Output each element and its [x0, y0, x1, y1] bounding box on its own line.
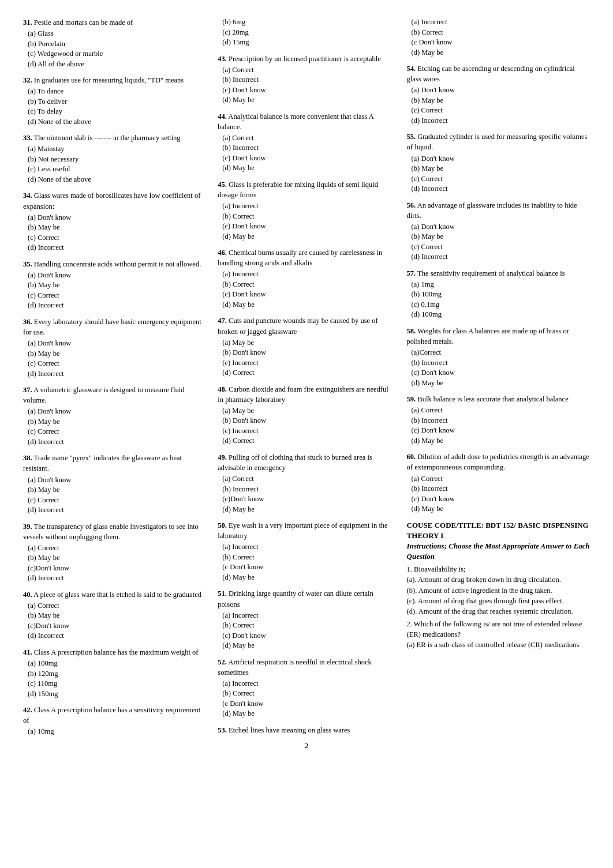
option: (d) Incorrect [28, 243, 206, 253]
q58-options: (a)Correct (b) Incorrect (c) Don't know … [407, 348, 590, 388]
q1-new-text: 1. Bioavailability is; [407, 564, 590, 574]
q46-options: (a) Incorrect (b) Correct (c) Don't know… [218, 269, 395, 310]
option: (b) Incorrect [222, 484, 395, 495]
option: (b) Correct [222, 212, 395, 222]
option: (d) May be [412, 504, 590, 514]
option: (c) Wedgewood or marble [28, 49, 206, 59]
q54-options: (a) Don't know (b) May be (c) Correct (d… [407, 85, 590, 126]
course-title: COUSE CODE/TITLE: BDT 152/ BASIC DISPENS… [407, 520, 590, 541]
q41-options: (a) 100mg (b) 120mg (c) 110mg (d) 150mg [23, 659, 206, 699]
q37-text: 37. A volumetric glassware is designed t… [23, 385, 206, 405]
option: (b) May be [28, 349, 206, 359]
question-55: 55. Graduated cylinder is used for measu… [407, 131, 590, 194]
option: (a). Amount of drug broken down in drug … [407, 574, 590, 585]
option: (d) All of the above [28, 59, 206, 70]
q33-text: 33. The ointment slab is ------- in the … [23, 133, 206, 143]
question-57: 57. The sensitivity requirement of analy… [407, 268, 590, 320]
q33-options: (a) Mainstay (b) Not necessary (c) Less … [23, 144, 206, 185]
q47-text: 47. Cuts and puncture wounds may be caus… [218, 315, 395, 336]
option: (a) Correct [222, 474, 395, 484]
option: (a) Mainstay [28, 144, 206, 155]
question-44: 44. Analytical balance is more convenien… [218, 111, 395, 174]
q42-cont-options: (b) 6mg (c) 20mg (d) 15mg [218, 17, 395, 48]
q50-text: 50. Eye wash is a very important piece o… [218, 520, 395, 541]
q40-options: (a) Correct (b) May be (c)Don't know (d)… [23, 601, 206, 641]
q41-text: 41. Class A prescription balance has the… [23, 647, 206, 657]
option: (c) Don't know [412, 368, 590, 378]
option: (c) Correct [28, 359, 206, 369]
option: (a) Correct [412, 474, 590, 484]
option: (b) May be [28, 553, 206, 563]
option: (d) May be [222, 641, 395, 651]
option: (c Don't know [222, 699, 395, 709]
option: (d) May be [412, 48, 590, 58]
option: (d). Amount of the drug that reaches sys… [407, 606, 590, 617]
q60-options: (a) Correct (b) Incorrect (c) Don't know… [407, 474, 590, 514]
q42-text: 42. Class A prescription balance has a s… [23, 705, 206, 726]
q39-options: (a) Correct (b) May be (c)Don't know (d)… [23, 543, 206, 584]
option: (c) To delay [28, 107, 206, 117]
question-46: 46. Chemical burns usually are caused by… [218, 247, 395, 310]
option: (a) Don't know [28, 339, 206, 349]
q31-options: (a) Glass (b) Porcelain (c) Wedgewood or… [23, 29, 206, 69]
option: (a) Incorrect [222, 269, 395, 280]
option: (c) Correct [412, 174, 590, 185]
option: (a) 1mg [412, 280, 590, 290]
column-2: (b) 6mg (c) 20mg (d) 15mg 43. Prescripti… [212, 17, 401, 750]
q54-text: 54. Etching can be ascending or descendi… [407, 63, 590, 84]
option: (b) Incorrect [222, 75, 395, 85]
option: (d) 150mg [28, 689, 206, 700]
option: (a) May be [222, 406, 395, 416]
option: (c) Correct [28, 291, 206, 301]
option: (c Don't know [222, 562, 395, 573]
q42-continued: (b) 6mg (c) 20mg (d) 15mg [218, 17, 395, 48]
option: (a) Don't know [412, 85, 590, 96]
option: (a) ER is a sub-class of controlled rele… [407, 640, 590, 650]
option: (b) Porcelain [28, 39, 206, 50]
q50-options: (a) Incorrect (b) Correct (c Don't know … [218, 542, 395, 583]
q31-text: 31. Pestle and mortars can be made of [23, 17, 206, 28]
option: (d) May be [412, 378, 590, 389]
option: (c)Don't know [222, 494, 395, 505]
q48-options: (a) May be (b) Don't know (c) Incorrect … [218, 406, 395, 446]
option: (d) Correct [222, 368, 395, 378]
question-60: 60. Dilution of adult dose to pediatrics… [407, 452, 590, 514]
question-58: 58. Weights for class A balances are mad… [407, 326, 590, 388]
option: (a)Correct [412, 348, 590, 358]
option: (b) May be [28, 280, 206, 291]
question-59: 59. Bulk balance is less accurate than a… [407, 394, 590, 446]
option: (c) Don't know [222, 221, 395, 232]
q37-options: (a) Don't know (b) May be (c) Correct (d… [23, 407, 206, 447]
question-42: 42. Class A prescription balance has a s… [23, 705, 206, 737]
option: (d) Correct [222, 436, 395, 446]
option: (a) Incorrect [222, 611, 395, 621]
option: (c) 110mg [28, 679, 206, 689]
option: (d) May be [222, 95, 395, 106]
option: (d) May be [222, 505, 395, 515]
option: (a) Correct [222, 65, 395, 76]
option: (b) Correct [222, 553, 395, 563]
option: (c)Don't know [28, 621, 206, 632]
q51-text: 51. Drinking large quantity of water can… [218, 588, 395, 609]
q56-text: 56. An advantage of glassware includes i… [407, 200, 590, 221]
q58-text: 58. Weights for class A balances are mad… [407, 326, 590, 347]
question-47: 47. Cuts and puncture wounds may be caus… [218, 315, 395, 378]
option: (d) Incorrect [412, 116, 590, 126]
option: (a) Don't know [28, 407, 206, 417]
option: (c) Correct [28, 495, 206, 506]
q52-text: 52. Artificial respiration is needful in… [218, 657, 395, 678]
question-54: 54. Etching can be ascending or descendi… [407, 63, 590, 126]
option: (d) Incorrect [412, 252, 590, 262]
option: (c) Less useful [28, 164, 206, 175]
option: (b) 100mg [412, 290, 590, 300]
option: (d) Incorrect [412, 184, 590, 194]
option: (a) Correct [412, 405, 590, 416]
q55-options: (a) Don't know (b) May be (c) Correct (d… [407, 154, 590, 194]
option: (c) Don't know [222, 85, 395, 96]
page-content: 31. Pestle and mortars can be made of (a… [23, 17, 590, 750]
option: (c) Don't know [222, 153, 395, 164]
question-39: 39. The transparency of glass enable inv… [23, 521, 206, 584]
q59-options: (a) Correct (b) Incorrect (c) Don't know… [407, 405, 590, 446]
option: (b) May be [412, 164, 590, 174]
option: (c). Amount of drug that goes through fi… [407, 596, 590, 606]
